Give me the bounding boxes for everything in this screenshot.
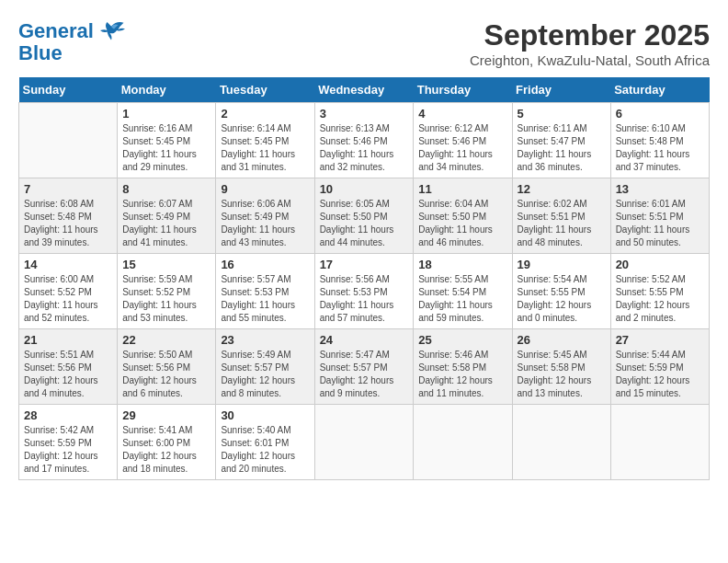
- calendar-cell: 11Sunrise: 6:04 AMSunset: 5:50 PMDayligh…: [414, 178, 512, 254]
- day-number: 18: [418, 258, 506, 271]
- day-info: Sunrise: 5:54 AMSunset: 5:55 PMDaylight:…: [518, 273, 606, 325]
- calendar-cell: 10Sunrise: 6:05 AMSunset: 5:50 PMDayligh…: [314, 178, 414, 254]
- day-info: Sunrise: 5:42 AMSunset: 5:59 PMDaylight:…: [24, 424, 112, 476]
- calendar-cell: 3Sunrise: 6:13 AMSunset: 5:46 PMDaylight…: [314, 103, 414, 178]
- calendar-week-row: 7Sunrise: 6:08 AMSunset: 5:48 PMDaylight…: [19, 178, 710, 254]
- calendar-week-row: 28Sunrise: 5:42 AMSunset: 5:59 PMDayligh…: [19, 405, 710, 480]
- day-number: 4: [418, 107, 506, 121]
- day-number: 9: [221, 182, 309, 196]
- calendar-cell: 27Sunrise: 5:44 AMSunset: 5:59 PMDayligh…: [610, 329, 709, 405]
- calendar-cell: 23Sunrise: 5:49 AMSunset: 5:57 PMDayligh…: [216, 329, 314, 405]
- header: General Blue September 2025 Creighton, K…: [18, 18, 710, 68]
- calendar-cell: 19Sunrise: 5:54 AMSunset: 5:55 PMDayligh…: [512, 254, 610, 329]
- calendar-cell: 21Sunrise: 5:51 AMSunset: 5:56 PMDayligh…: [19, 329, 118, 405]
- day-number: 17: [320, 258, 409, 271]
- calendar-cell: 22Sunrise: 5:50 AMSunset: 5:56 PMDayligh…: [118, 329, 216, 405]
- calendar-header-monday: Monday: [118, 77, 216, 103]
- calendar-cell: 30Sunrise: 5:40 AMSunset: 6:01 PMDayligh…: [216, 405, 314, 480]
- day-info: Sunrise: 6:02 AMSunset: 5:51 PMDaylight:…: [518, 198, 606, 249]
- day-number: 28: [24, 408, 112, 422]
- calendar-cell: 24Sunrise: 5:47 AMSunset: 5:57 PMDayligh…: [314, 329, 414, 405]
- logo-bird-icon: [97, 18, 125, 44]
- day-info: Sunrise: 6:16 AMSunset: 5:45 PMDaylight:…: [122, 122, 210, 174]
- page-subtitle: Creighton, KwaZulu-Natal, South Africa: [470, 52, 710, 68]
- day-number: 21: [24, 333, 112, 347]
- calendar-cell: 9Sunrise: 6:06 AMSunset: 5:49 PMDaylight…: [216, 178, 314, 254]
- day-number: 24: [320, 333, 409, 347]
- day-number: 14: [24, 258, 112, 271]
- day-number: 3: [320, 107, 409, 121]
- day-info: Sunrise: 5:55 AMSunset: 5:54 PMDaylight:…: [418, 273, 506, 325]
- calendar-cell: 25Sunrise: 5:46 AMSunset: 5:58 PMDayligh…: [414, 329, 512, 405]
- day-number: 8: [122, 182, 210, 196]
- day-number: 5: [518, 107, 606, 121]
- title-area: September 2025 Creighton, KwaZulu-Natal,…: [470, 18, 710, 68]
- calendar-cell: [19, 103, 118, 178]
- day-info: Sunrise: 5:40 AMSunset: 6:01 PMDaylight:…: [221, 424, 309, 476]
- day-number: 2: [221, 107, 309, 121]
- calendar-week-row: 21Sunrise: 5:51 AMSunset: 5:56 PMDayligh…: [19, 329, 710, 405]
- day-info: Sunrise: 5:50 AMSunset: 5:56 PMDaylight:…: [122, 349, 210, 400]
- day-info: Sunrise: 5:56 AMSunset: 5:53 PMDaylight:…: [320, 273, 409, 325]
- calendar-header-saturday: Saturday: [610, 77, 709, 103]
- day-info: Sunrise: 6:04 AMSunset: 5:50 PMDaylight:…: [418, 198, 506, 249]
- day-number: 23: [221, 333, 309, 347]
- day-number: 20: [616, 258, 704, 271]
- day-info: Sunrise: 5:41 AMSunset: 6:00 PMDaylight:…: [122, 424, 210, 476]
- calendar-header-thursday: Thursday: [414, 77, 512, 103]
- day-number: 30: [221, 408, 309, 422]
- day-number: 27: [616, 333, 704, 347]
- day-number: 19: [518, 258, 606, 271]
- calendar-cell: 20Sunrise: 5:52 AMSunset: 5:55 PMDayligh…: [610, 254, 709, 329]
- day-info: Sunrise: 5:52 AMSunset: 5:55 PMDaylight:…: [616, 273, 704, 325]
- calendar-cell: 7Sunrise: 6:08 AMSunset: 5:48 PMDaylight…: [19, 178, 118, 254]
- day-info: Sunrise: 5:45 AMSunset: 5:58 PMDaylight:…: [518, 349, 606, 400]
- calendar-cell: [314, 405, 414, 480]
- day-number: 6: [616, 107, 704, 121]
- calendar-header-friday: Friday: [512, 77, 610, 103]
- day-info: Sunrise: 6:05 AMSunset: 5:50 PMDaylight:…: [320, 198, 409, 249]
- day-info: Sunrise: 6:01 AMSunset: 5:51 PMDaylight:…: [616, 198, 704, 249]
- day-number: 16: [221, 258, 309, 271]
- calendar-cell: 2Sunrise: 6:14 AMSunset: 5:45 PMDaylight…: [216, 103, 314, 178]
- day-info: Sunrise: 6:06 AMSunset: 5:49 PMDaylight:…: [221, 198, 309, 249]
- calendar-cell: 12Sunrise: 6:02 AMSunset: 5:51 PMDayligh…: [512, 178, 610, 254]
- calendar-table: SundayMondayTuesdayWednesdayThursdayFrid…: [18, 77, 710, 480]
- day-info: Sunrise: 6:14 AMSunset: 5:45 PMDaylight:…: [221, 122, 309, 174]
- calendar-cell: 4Sunrise: 6:12 AMSunset: 5:46 PMDaylight…: [414, 103, 512, 178]
- calendar-cell: 14Sunrise: 6:00 AMSunset: 5:52 PMDayligh…: [19, 254, 118, 329]
- calendar-cell: 29Sunrise: 5:41 AMSunset: 6:00 PMDayligh…: [118, 405, 216, 480]
- calendar-cell: 28Sunrise: 5:42 AMSunset: 5:59 PMDayligh…: [19, 405, 118, 480]
- day-number: 15: [122, 258, 210, 271]
- day-number: 22: [122, 333, 210, 347]
- calendar-cell: 13Sunrise: 6:01 AMSunset: 5:51 PMDayligh…: [610, 178, 709, 254]
- day-number: 25: [418, 333, 506, 347]
- calendar-header-sunday: Sunday: [19, 77, 118, 103]
- calendar-cell: 26Sunrise: 5:45 AMSunset: 5:58 PMDayligh…: [512, 329, 610, 405]
- calendar-cell: 16Sunrise: 5:57 AMSunset: 5:53 PMDayligh…: [216, 254, 314, 329]
- day-info: Sunrise: 5:57 AMSunset: 5:53 PMDaylight:…: [221, 273, 309, 325]
- calendar-cell: 8Sunrise: 6:07 AMSunset: 5:49 PMDaylight…: [118, 178, 216, 254]
- calendar-cell: 6Sunrise: 6:10 AMSunset: 5:48 PMDaylight…: [610, 103, 709, 178]
- logo-general: General: [18, 19, 94, 42]
- day-number: 7: [24, 182, 112, 196]
- calendar-header-tuesday: Tuesday: [216, 77, 314, 103]
- day-number: 11: [418, 182, 506, 196]
- day-info: Sunrise: 6:11 AMSunset: 5:47 PMDaylight:…: [518, 122, 606, 174]
- day-number: 12: [518, 182, 606, 196]
- logo: General Blue: [18, 18, 125, 64]
- day-info: Sunrise: 6:00 AMSunset: 5:52 PMDaylight:…: [24, 273, 112, 325]
- day-info: Sunrise: 6:08 AMSunset: 5:48 PMDaylight:…: [24, 198, 112, 249]
- calendar-cell: [512, 405, 610, 480]
- day-number: 26: [518, 333, 606, 347]
- day-info: Sunrise: 6:12 AMSunset: 5:46 PMDaylight:…: [418, 122, 506, 174]
- day-info: Sunrise: 5:47 AMSunset: 5:57 PMDaylight:…: [320, 349, 409, 400]
- day-info: Sunrise: 5:44 AMSunset: 5:59 PMDaylight:…: [616, 349, 704, 400]
- page-title: September 2025: [470, 18, 710, 52]
- day-number: 13: [616, 182, 704, 196]
- calendar-cell: [414, 405, 512, 480]
- calendar-header-row: SundayMondayTuesdayWednesdayThursdayFrid…: [19, 77, 710, 103]
- day-number: 10: [320, 182, 409, 196]
- day-number: 1: [122, 107, 210, 121]
- logo-blue: Blue: [18, 42, 125, 64]
